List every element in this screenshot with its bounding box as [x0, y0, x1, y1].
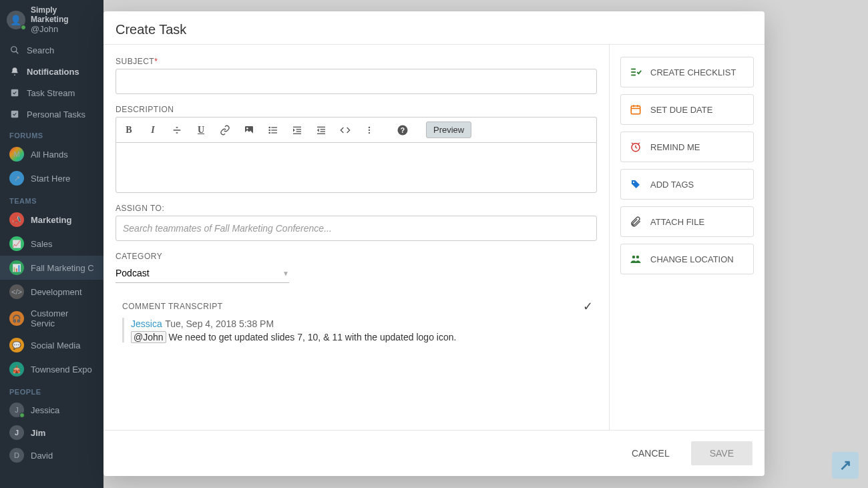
svg-rect-13: [296, 129, 301, 130]
subject-input[interactable]: [116, 69, 597, 94]
svg-rect-7: [271, 127, 277, 128]
assign-to-label: ASSIGN TO:: [116, 204, 597, 213]
svg-rect-9: [271, 130, 277, 130]
category-value: Podcast: [116, 268, 150, 278]
modal-body: SUBJECT* DESCRIPTION B I U ? Preview: [103, 44, 765, 430]
check-icon[interactable]: ✓: [583, 299, 597, 314]
svg-point-39: [636, 256, 640, 259]
bold-button[interactable]: B: [122, 123, 136, 138]
indent-button[interactable]: [290, 123, 304, 138]
remind-me-button[interactable]: REMIND ME: [620, 132, 754, 162]
svg-text:?: ?: [401, 126, 405, 134]
modal-title: Create Task: [116, 22, 752, 37]
side-button-label: CHANGE LOCATION: [650, 254, 734, 264]
assign-to-input[interactable]: [116, 216, 597, 241]
transcript-body: @John We need to get updated slides 7, 1…: [131, 332, 597, 342]
italic-button[interactable]: I: [146, 123, 160, 138]
save-button[interactable]: SAVE: [691, 441, 752, 465]
svg-line-36: [638, 143, 640, 144]
side-button-label: REMIND ME: [650, 142, 700, 152]
chevron-down-icon: ▼: [282, 270, 289, 277]
transcript-label: COMMENT TRANSCRIPT: [116, 302, 223, 311]
modal-sidebar: CREATE CHECKLIST SET DUE DATE REMIND ME …: [610, 45, 765, 430]
svg-point-22: [369, 132, 370, 133]
svg-rect-14: [296, 131, 301, 132]
brand-icon: ↗: [839, 457, 851, 474]
brand-badge[interactable]: ↗: [832, 452, 859, 479]
calendar-icon: [629, 103, 642, 116]
svg-point-37: [633, 182, 634, 183]
add-tags-button[interactable]: ADD TAGS: [620, 169, 754, 200]
create-task-modal: Create Task SUBJECT* DESCRIPTION B I U: [103, 11, 765, 476]
attach-file-button[interactable]: ATTACH FILE: [620, 206, 754, 237]
svg-rect-11: [271, 132, 277, 133]
code-button[interactable]: [338, 123, 353, 138]
image-button[interactable]: [242, 123, 256, 138]
modal-header: Create Task: [103, 11, 765, 44]
transcript-timestamp: Tue, Sep 4, 2018 5:38 PM: [165, 318, 274, 329]
svg-rect-18: [320, 131, 325, 132]
svg-rect-17: [320, 129, 325, 130]
checklist-icon: [629, 65, 642, 79]
side-button-label: CREATE CHECKLIST: [650, 67, 736, 77]
side-button-label: SET DUE DATE: [650, 105, 712, 115]
description-label: DESCRIPTION: [116, 105, 597, 114]
svg-point-21: [369, 129, 370, 130]
svg-point-10: [268, 132, 270, 134]
required-asterisk: *: [154, 57, 158, 66]
svg-rect-16: [317, 126, 325, 127]
svg-rect-12: [293, 126, 301, 127]
transcript-text: We need to get updated slides 7, 10, & 1…: [166, 332, 457, 342]
category-label: CATEGORY: [116, 252, 597, 261]
paperclip-icon: [629, 215, 642, 228]
tags-icon: [629, 178, 642, 191]
cancel-button[interactable]: CANCEL: [621, 441, 680, 465]
category-select[interactable]: Podcast ▼: [116, 264, 289, 283]
people-icon: [629, 252, 642, 266]
side-button-label: ATTACH FILE: [650, 217, 704, 227]
create-checklist-button[interactable]: CREATE CHECKLIST: [620, 57, 754, 87]
description-input[interactable]: [116, 142, 597, 193]
transcript-author[interactable]: Jessica: [131, 318, 162, 329]
editor-toolbar: B I U ? Preview: [116, 117, 597, 142]
list-button[interactable]: [266, 123, 280, 138]
modal-main: SUBJECT* DESCRIPTION B I U ? Preview: [103, 45, 610, 430]
svg-point-6: [268, 126, 270, 128]
svg-rect-19: [317, 133, 325, 134]
help-button[interactable]: ?: [395, 123, 410, 138]
preview-button[interactable]: Preview: [426, 121, 471, 138]
transcript-meta: Jessica Tue, Sep 4, 2018 5:38 PM: [131, 318, 597, 330]
subject-label: SUBJECT*: [116, 57, 597, 66]
svg-line-34: [636, 148, 637, 149]
strikethrough-button[interactable]: [170, 123, 184, 138]
outdent-button[interactable]: [314, 123, 329, 138]
mention[interactable]: @John: [131, 331, 166, 343]
transcript-header: COMMENT TRANSCRIPT ✓: [116, 299, 597, 314]
set-due-date-button[interactable]: SET DUE DATE: [620, 94, 754, 125]
svg-point-8: [268, 129, 270, 131]
underline-button[interactable]: U: [194, 123, 208, 138]
svg-line-35: [632, 143, 633, 144]
side-button-label: ADD TAGS: [650, 180, 694, 190]
comment-transcript: Jessica Tue, Sep 4, 2018 5:38 PM @John W…: [122, 318, 597, 342]
svg-point-20: [369, 126, 370, 128]
change-location-button[interactable]: CHANGE LOCATION: [620, 244, 754, 274]
alarm-icon: [629, 140, 642, 154]
svg-rect-15: [293, 133, 301, 134]
more-button[interactable]: [362, 123, 377, 138]
svg-point-5: [246, 128, 248, 130]
svg-rect-28: [631, 106, 640, 114]
link-button[interactable]: [218, 123, 232, 138]
svg-point-38: [632, 256, 636, 259]
modal-footer: CANCEL SAVE: [103, 430, 765, 476]
